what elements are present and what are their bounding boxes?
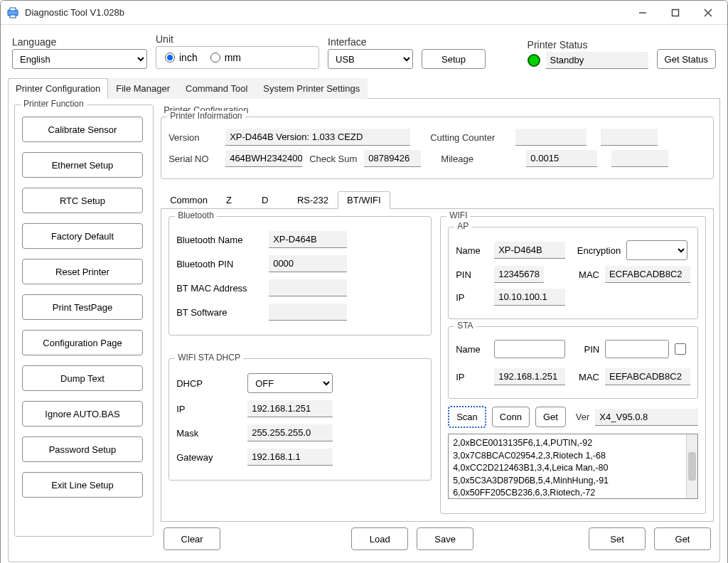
tab-command-tool[interactable]: Command Tool [178, 78, 255, 99]
cutting-counter-label: Cutting Counter [430, 132, 508, 143]
language-select[interactable]: English [12, 49, 147, 69]
wifi-legend: WIFI [446, 210, 470, 220]
cutting-counter-value2 [601, 129, 658, 146]
ignore-autobas-button[interactable]: Ignore AUTO.BAS [22, 401, 143, 427]
unit-radio-group: inch mm [156, 46, 319, 69]
set-button[interactable]: Set [589, 527, 646, 550]
setup-button[interactable]: Setup [422, 49, 486, 69]
serial-label: Serial NO [168, 154, 218, 164]
ap-name-value: XP-D464B [494, 242, 565, 259]
print-testpage-button[interactable]: Print TestPage [22, 294, 143, 320]
dhcp-select[interactable]: OFF [247, 373, 333, 393]
wifi-sta-dhcp-legend: WIFI STA DHCP [175, 353, 243, 363]
printer-configuration-legend: Printer Configuration [164, 104, 714, 115]
dhcp-ip-label: IP [176, 404, 240, 414]
dhcp-ip-value: 192.168.1.251 [247, 400, 333, 417]
titlebar: Diagnostic Tool V1.028b [1, 1, 727, 25]
app-icon [6, 6, 19, 19]
ap-pin-value: 12345678 [494, 266, 544, 283]
encryption-select[interactable] [626, 240, 687, 260]
dhcp-gateway-label: Gateway [176, 452, 240, 463]
exit-line-setup-button[interactable]: Exit Line Setup [22, 472, 143, 498]
mileage-value: 0.0015 [526, 150, 597, 167]
sta-ip-label: IP [456, 372, 488, 382]
ethernet-setup-button[interactable]: Ethernet Setup [22, 152, 143, 178]
printer-status-value: Standby [546, 52, 648, 69]
subtab-d[interactable]: D [252, 191, 288, 209]
printer-status-label: Printer Status [528, 39, 648, 50]
password-setup-button[interactable]: Password Setup [22, 436, 143, 462]
unit-mm-radio[interactable]: mm [210, 52, 241, 63]
sta-pin-input[interactable] [605, 340, 669, 358]
interface-select[interactable]: USB [328, 49, 413, 69]
ap-mac-value: ECFABCADB8C2 [605, 266, 690, 283]
configuration-page-button[interactable]: Configuration Page [22, 330, 143, 355]
load-button[interactable]: Load [351, 527, 408, 550]
bt-software-value [269, 304, 347, 321]
tab-printer-configuration[interactable]: Printer Configuration [8, 78, 108, 99]
reset-printer-button[interactable]: Reset Printer [22, 259, 143, 284]
sta-ip-value: 192.168.1.251 [494, 368, 565, 385]
wifi-sta-group: STA Name PIN IP 192. [448, 326, 698, 399]
dhcp-mask-label: Mask [176, 428, 240, 439]
dump-text-button[interactable]: Dump Text [22, 365, 143, 391]
close-button[interactable] [692, 1, 724, 24]
ap-pin-label: PIN [456, 269, 488, 280]
wifi-group: WIFI AP Name XP-D464B Encryption [440, 216, 706, 514]
subtab-rs232[interactable]: RS-232 [288, 191, 338, 209]
encryption-label: Encryption [571, 245, 621, 256]
checksum-value: 08789426 [364, 150, 421, 167]
mileage-label: Mileage [441, 154, 519, 164]
wifi-scan-results[interactable]: 2,0xBCE0013135F6,1,4,PUTIN,-92 3,0x7C8BC… [448, 434, 698, 499]
tab-system-printer-settings[interactable]: System Printer Settings [255, 78, 368, 99]
subtab-btwifi[interactable]: BT/WIFI [338, 191, 390, 209]
mileage-value2 [611, 150, 668, 167]
checksum-label: Check Sum [309, 154, 357, 164]
svg-rect-4 [673, 9, 679, 16]
tab-file-manager[interactable]: File Manager [108, 78, 178, 99]
bt-pin-value: 0000 [269, 255, 347, 272]
factory-default-button[interactable]: Factory Default [22, 223, 143, 249]
save-button[interactable]: Save [417, 527, 473, 550]
version-label: Version [168, 132, 218, 143]
sta-name-input[interactable] [494, 340, 565, 358]
minimize-button[interactable] [626, 1, 659, 24]
calibrate-sensor-button[interactable]: Calibrate Sensor [22, 117, 143, 142]
subtab-z[interactable]: Z [217, 191, 252, 209]
get-status-button[interactable]: Get Status [657, 49, 716, 69]
serial-value: 464BWH2342400 [225, 150, 302, 167]
svg-rect-2 [10, 15, 16, 18]
sta-checkbox[interactable] [675, 343, 686, 355]
wifi-sta-dhcp-group: WIFI STA DHCP DHCPOFF IP192.168.1.251 Ma… [168, 358, 432, 481]
app-window: Diagnostic Tool V1.028b Language English… [0, 0, 728, 563]
rtc-setup-button[interactable]: RTC Setup [22, 188, 143, 213]
bt-mac-value [269, 279, 347, 296]
wifi-ver-value: X4_V95.0.8 [595, 409, 698, 426]
sta-mac-label: MAC [571, 372, 599, 382]
scrollbar[interactable] [686, 434, 697, 498]
window-title: Diagnostic Tool V1.028b [25, 7, 626, 18]
status-led-icon [528, 54, 540, 67]
wifi-scan-button[interactable]: Scan [448, 406, 486, 428]
wifi-get-button[interactable]: Get [535, 407, 566, 427]
wifi-ap-legend: AP [454, 221, 471, 231]
bluetooth-group: Bluetooth Bluetooth NameXP-D464B Bluetoo… [168, 216, 432, 336]
main-tabstrip: Printer Configuration File Manager Comma… [8, 77, 720, 99]
ap-name-label: Name [456, 245, 488, 256]
wifi-conn-button[interactable]: Conn [492, 407, 530, 427]
svg-rect-1 [10, 8, 16, 11]
cutting-counter-value [515, 129, 587, 146]
wifi-ver-label: Ver [576, 412, 590, 422]
printer-information-group: Printer Infoirmation Version XP-D464B Ve… [161, 117, 714, 179]
config-subtabs: Common Z D RS-232 BT/WIFI [161, 191, 714, 209]
unit-inch-radio[interactable]: inch [165, 52, 198, 63]
get-button[interactable]: Get [654, 527, 711, 550]
maximize-button[interactable] [659, 1, 692, 24]
clear-button[interactable]: Clear [164, 527, 220, 550]
language-label: Language [12, 36, 147, 48]
subtab-common[interactable]: Common [161, 191, 217, 209]
sta-mac-value: EEFABCADB8C2 [605, 368, 690, 385]
unit-label: Unit [156, 33, 319, 45]
ap-mac-label: MAC [550, 269, 599, 280]
dhcp-gateway-value: 192.168.1.1 [247, 449, 333, 466]
